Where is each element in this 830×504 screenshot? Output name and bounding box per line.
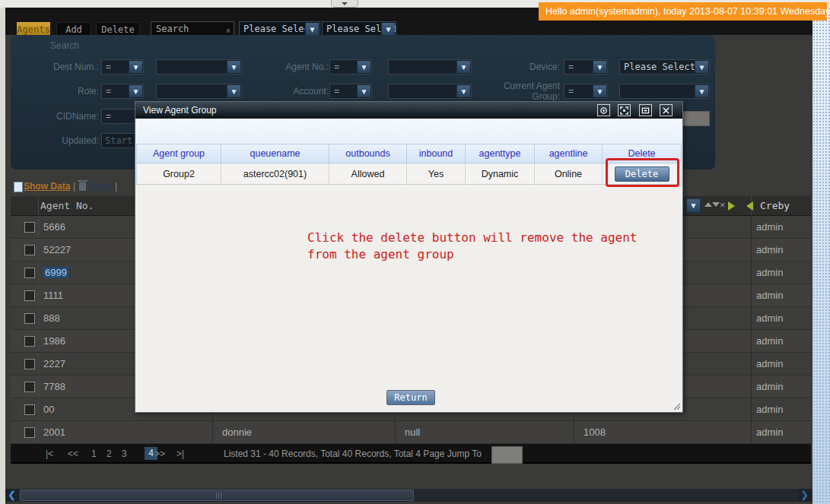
scroll-right-arrow[interactable]: ❯ <box>798 489 811 502</box>
cell-creby: admin <box>756 426 783 438</box>
column-header-agent-no[interactable]: Agent No. <box>40 200 94 211</box>
shade-glyph <box>599 106 608 115</box>
dropdown-arrow-icon[interactable]: ▼ <box>357 61 370 73</box>
pagination-bar: |< << 1 2 3 4 >> >| Listed 31 - 40 Recor… <box>11 444 811 464</box>
dest-num-value-select[interactable]: ▼ <box>156 59 242 74</box>
next-page-button[interactable]: >> <box>154 449 165 459</box>
application-window: Agents Add Delete Search» Please Select▼… <box>0 0 830 504</box>
dropdown-arrow-icon[interactable]: ▼ <box>227 61 240 73</box>
header-agent-group: Agent group <box>136 144 221 163</box>
dropdown-arrow-icon[interactable]: ▼ <box>593 85 606 97</box>
page-button-1[interactable]: 1 <box>91 449 97 459</box>
row-checkbox[interactable] <box>24 404 35 415</box>
selected-text: 6999 <box>43 267 68 278</box>
cell-creby: admin <box>756 221 783 233</box>
operator-value: = <box>106 111 111 122</box>
page-button-3[interactable]: 3 <box>122 449 127 459</box>
account-value-select[interactable]: ▼ <box>388 84 472 99</box>
trash-link[interactable]: Trash <box>88 181 113 192</box>
dropdown-arrow-icon[interactable]: ▼ <box>456 61 470 73</box>
panel-collapse-handle[interactable] <box>331 0 358 8</box>
header-inbound: inbound <box>407 144 466 163</box>
cell-channel: 1008 <box>584 426 606 438</box>
dropdown-arrow-icon[interactable]: ▼ <box>593 61 606 73</box>
device-value-select[interactable]: Please Select▼ <box>619 59 710 74</box>
clear-sort-icon[interactable]: × <box>720 199 726 211</box>
agent-group-table-row: Group2 astercc02(901) Allowed Yes Dynami… <box>136 163 682 185</box>
operator-value: = <box>334 86 339 97</box>
sort-desc-icon[interactable] <box>712 202 720 207</box>
close-window-icon[interactable] <box>660 104 673 116</box>
last-page-button[interactable]: >| <box>176 449 184 459</box>
header-agenttype: agenttype <box>466 144 535 163</box>
dropdown-arrow-icon[interactable]: ▼ <box>305 23 319 36</box>
row-checkbox[interactable] <box>24 245 35 255</box>
row-checkbox[interactable] <box>24 222 35 233</box>
page-button-2[interactable]: 2 <box>107 449 112 459</box>
dropdown-arrow-icon[interactable]: ▼ <box>381 23 395 36</box>
column-header-creby[interactable]: Creby <box>760 200 790 211</box>
cell-agent-no: 00 <box>43 404 54 415</box>
close-glyph <box>662 106 670 115</box>
scroll-left-arrow[interactable]: ❮ <box>5 489 18 502</box>
cell-inbound: Yes <box>407 163 466 184</box>
trash-icon <box>79 182 86 191</box>
shade-window-icon[interactable] <box>597 104 610 116</box>
dropdown-arrow-icon[interactable]: ▼ <box>227 85 240 97</box>
dropdown-arrow-icon[interactable]: ▼ <box>357 85 370 97</box>
sort-asc-icon[interactable] <box>704 202 712 207</box>
agent-no-value-select[interactable]: ▼ <box>388 59 472 74</box>
cell-agent-no: 5666 <box>43 221 65 233</box>
maximize-window-icon[interactable] <box>618 104 631 116</box>
column-dropdown-button[interactable]: ▼ <box>686 198 701 213</box>
operator-value: = <box>568 62 574 72</box>
dropdown-arrow-icon[interactable]: ▼ <box>129 61 142 73</box>
move-right-icon[interactable] <box>728 201 735 211</box>
cell-creby: admin <box>756 404 783 415</box>
horizontal-scrollbar-thumb[interactable] <box>20 490 414 501</box>
dropdown-arrow-icon[interactable]: ▼ <box>129 85 142 97</box>
restore-window-icon[interactable] <box>639 104 652 116</box>
agent-group-table: Agent group queuename outbounds inbound … <box>136 144 682 185</box>
cell-creby: admin <box>756 335 783 347</box>
first-page-button[interactable]: |< <box>46 449 53 459</box>
cell-creby: admin <box>756 358 783 369</box>
cell-agent-no: 888 <box>43 312 60 324</box>
device-operator-select[interactable]: =▼ <box>564 59 608 74</box>
cell-agent-no: 1986 <box>43 335 65 347</box>
row-checkbox[interactable] <box>24 359 35 369</box>
highlight-red-box <box>606 158 679 187</box>
account-operator-select[interactable]: =▼ <box>329 84 372 99</box>
cell-agent-no: 2227 <box>43 358 65 369</box>
dest-num-operator-select[interactable]: =▼ <box>101 59 144 74</box>
cell-agentline: Online <box>535 163 603 184</box>
dropdown-arrow-icon[interactable]: ▼ <box>456 85 470 97</box>
row-checkbox[interactable] <box>24 268 35 278</box>
current-agent-group-operator-select[interactable]: =▼ <box>564 84 608 99</box>
current-agent-group-value-select[interactable]: ▼ <box>619 84 710 99</box>
row-checkbox[interactable] <box>24 290 35 301</box>
cell-agent-no: 7788 <box>43 381 65 392</box>
row-checkbox[interactable] <box>24 382 35 392</box>
label-cidname: CIDName: <box>29 111 99 122</box>
jump-to-page-input[interactable] <box>491 446 523 464</box>
move-left-icon[interactable] <box>746 201 753 211</box>
row-checkbox[interactable] <box>24 427 35 438</box>
left-border-strip <box>0 8 5 504</box>
return-button[interactable]: Return <box>386 390 435 405</box>
prev-page-button[interactable]: << <box>68 449 78 459</box>
agent-no-operator-select[interactable]: =▼ <box>329 59 372 74</box>
cell-creby: admin <box>756 290 783 301</box>
role-operator-select[interactable]: =▼ <box>101 84 144 99</box>
annotation-line-2: from the agent group <box>307 247 454 262</box>
row-checkbox[interactable] <box>24 313 35 324</box>
dropdown-arrow-icon[interactable]: ▼ <box>695 85 708 97</box>
show-data-link[interactable]: Show Data <box>24 181 70 192</box>
operator-value: = <box>106 86 111 97</box>
dropdown-arrow-icon[interactable]: ▼ <box>695 61 708 73</box>
right-texture-strip <box>813 8 830 504</box>
role-value-select[interactable]: ▼ <box>156 84 242 99</box>
resize-handle-icon[interactable] <box>673 402 680 410</box>
row-checkbox[interactable] <box>24 336 35 347</box>
cell-agent-no: 52227 <box>43 244 71 255</box>
